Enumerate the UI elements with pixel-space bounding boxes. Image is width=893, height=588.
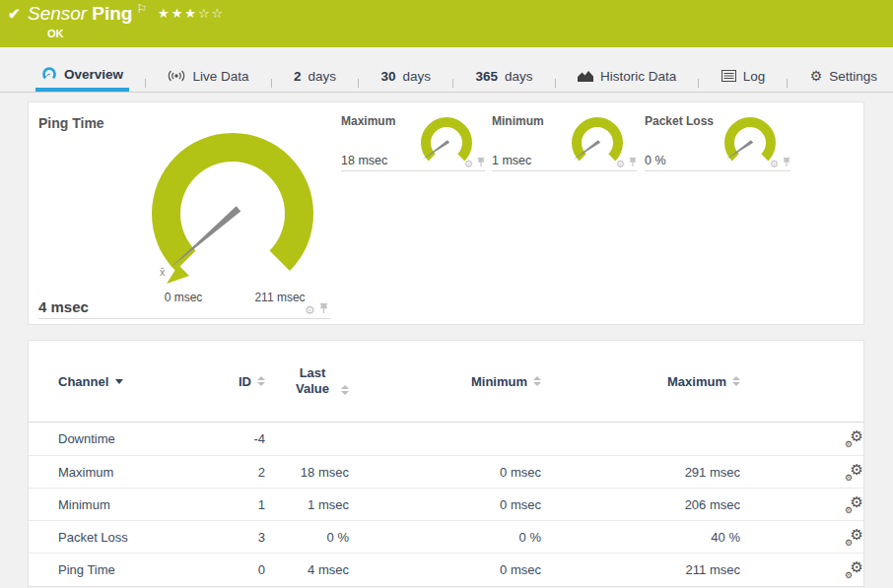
tab-label: Overview [64,67,123,82]
channel-minimum: 0 msec [349,465,541,480]
gauge-settings-icon[interactable]: ⚙ [305,303,315,317]
average-marker-label: x̄ [160,266,166,278]
main-gauge-title: Ping Time [38,115,104,131]
channel-last-value: 18 msec [265,465,349,480]
tab-label: Log [743,69,766,84]
gauge-arc [152,133,313,271]
channel-id: 1 [216,497,265,512]
channel-name: Maximum [58,465,216,480]
tab-live-data[interactable]: Live Data [162,60,254,92]
channel-last-value: 0 % [265,530,349,545]
flag-icon[interactable]: ⚐ [136,2,147,16]
channel-name: Ping Time [58,562,216,577]
channel-name: Downtime [58,431,216,446]
table-row: Downtime -4 ⚙⚙ [29,423,863,455]
channel-id: 0 [216,562,265,577]
tab-label: days [505,69,533,84]
table-row: Maximum 2 18 msec 0 msec 291 msec ⚙⚙ [29,455,863,488]
sort-icon [257,376,265,386]
channel-name: Minimum [58,497,216,512]
tab-365-days[interactable]: 365 days [469,60,538,92]
gauges-panel: Ping Time x̄ 0 msec 211 msec 4 msec ⚙ Ma… [28,101,864,325]
channel-maximum: 291 msec [541,465,740,480]
col-header-last-value[interactable]: Last Value [265,365,349,398]
table-row: Minimum 1 1 msec 0 msec 206 msec ⚙⚙ [29,488,863,520]
tab-settings[interactable]: ⚙ Settings [804,60,883,92]
tab-label: days [402,69,431,84]
table-row: Ping Time 0 4 msec 0 msec 211 msec ⚙⚙ [29,553,863,585]
gauge-average-arrow [167,265,189,284]
tab-label: days [308,69,336,84]
channel-minimum: 0 msec [349,562,541,577]
small-gauge-title: Minimum [492,114,544,128]
broadcast-icon [168,69,185,83]
area-chart-icon [578,70,593,82]
channel-maximum: 40 % [541,530,740,545]
small-gauge-title: Packet Loss [645,114,714,128]
col-header-minimum[interactable]: Minimum [349,374,541,389]
channel-settings-icon[interactable]: ⚙⚙ [845,464,863,481]
pin-icon[interactable] [319,302,328,317]
sort-icon [732,376,740,386]
pin-icon[interactable] [629,157,637,169]
channel-maximum: 211 msec [541,562,740,577]
gauge-settings-icon[interactable]: ⚙ [464,158,473,169]
sensor-name: Ping [92,3,132,24]
small-gauge-value: 0 % [645,154,666,167]
col-header-maximum[interactable]: Maximum [541,374,740,389]
channel-settings-icon[interactable]: ⚙⚙ [845,561,863,578]
sensor-type-label: Sensor [28,3,87,24]
small-gauge-value: 18 msec [341,154,387,167]
priority-stars[interactable]: ★★★☆☆ [158,6,225,21]
channel-settings-icon[interactable]: ⚙⚙ [845,529,863,546]
gauge-icon [41,67,57,82]
small-gauge-title: Maximum [341,114,395,128]
tab-divider [271,79,272,88]
tab-divider [452,79,453,88]
gear-icon: ⚙ [810,68,823,84]
small-gauge-minimum: Minimum 1 msec ⚙ [492,114,637,171]
channels-panel: Channel ID Last Value Minimum Maximum Do… [28,340,864,587]
tab-label: Live Data [192,69,248,84]
channel-minimum: 0 % [349,530,541,545]
tab-log[interactable]: Log [716,60,772,92]
gauge-settings-icon[interactable]: ⚙ [616,158,625,169]
tab-divider [358,79,359,88]
sensor-status-header: ✔ SensorPing⚐ ★★★☆☆ OK [0,0,893,47]
channel-settings-icon[interactable]: ⚙⚙ [845,430,863,447]
status-badge: OK [47,28,64,39]
table-header-row: Channel ID Last Value Minimum Maximum [29,341,863,423]
table-row: Packet Loss 3 0 % 0 % 40 % ⚙⚙ [29,520,863,553]
channel-id: -4 [216,431,265,446]
channel-settings-icon[interactable]: ⚙⚙ [845,496,863,513]
sort-icon [341,385,349,395]
tab-overview[interactable]: Overview [35,60,129,92]
pin-icon[interactable] [477,157,485,169]
log-list-icon [721,70,736,82]
channel-name: Packet Loss [58,530,216,545]
gauge-scale-min: 0 msec [154,291,213,304]
tab-30-days[interactable]: 30 days [375,60,437,92]
channel-last-value: 4 msec [265,562,349,577]
tab-divider [698,79,699,88]
small-gauge-packet-loss: Packet Loss 0 % ⚙ [645,114,790,171]
gauge-settings-icon[interactable]: ⚙ [770,158,779,169]
col-header-channel[interactable]: Channel [58,374,216,389]
tab-bar: Overview Live Data 2 days 30 days 365 da… [0,60,893,93]
gauge-underline [38,318,331,319]
tab-divider [145,79,146,88]
tab-historic-data[interactable]: Historic Data [572,60,682,92]
status-check-icon: ✔ [8,5,21,23]
sort-icon [533,376,541,386]
tab-divider [787,79,788,88]
pin-icon[interactable] [783,157,790,169]
tab-label: Historic Data [600,69,676,84]
sensor-title: SensorPing⚐ [28,2,147,25]
col-header-id[interactable]: ID [216,374,265,389]
channel-minimum: 0 msec [349,497,541,512]
tab-label: Settings [829,69,877,84]
sort-desc-icon [115,379,123,384]
tab-2-days[interactable]: 2 days [288,60,342,92]
main-gauge-value: 4 msec [38,298,89,315]
small-gauge-maximum: Maximum 18 msec ⚙ [341,114,485,171]
